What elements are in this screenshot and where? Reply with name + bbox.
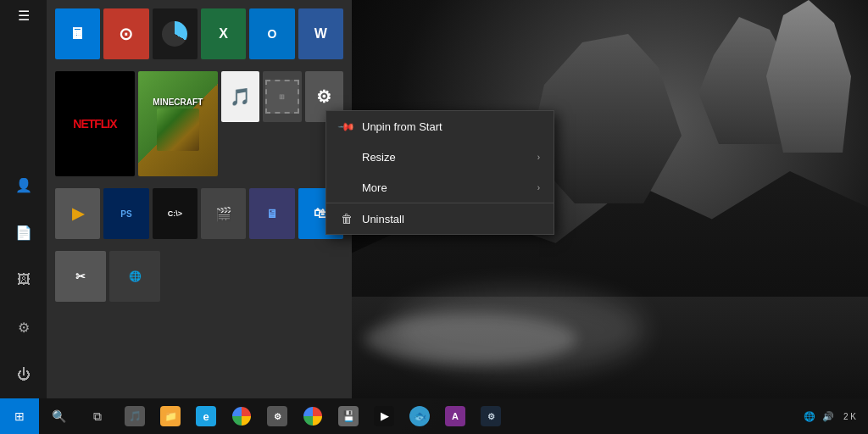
taskbar-app-explorer[interactable]: 📁 [153, 398, 188, 434]
tray-time-value: 2 K [843, 411, 856, 422]
taskbar-app-chrome1[interactable] [224, 398, 259, 434]
resize-icon [340, 150, 353, 164]
taskbar: ⊞ 🔍 ⧉ 🎵 📁 e ⚙ 💾 ▶ 🐟 A ⚙ 🌐 🔊 [0, 398, 868, 434]
tray-network-icon[interactable]: 🌐 [801, 408, 818, 425]
ctx-uninstall[interactable]: 🗑 Uninstall [326, 203, 554, 234]
tile-display[interactable]: 🖥 [249, 188, 294, 239]
explorer-tb-icon: 📁 [160, 406, 181, 426]
tile-itunes[interactable]: 🎵 [221, 71, 259, 122]
tile-minecraft[interactable]: MINECRAFT [138, 71, 218, 176]
tiles-row-3: ▶ PS C:\> 🎬 🖥 🛍 [55, 188, 343, 239]
more-icon [340, 181, 353, 194]
ctx-uninstall-label: Uninstall [362, 213, 404, 225]
tile-cortana[interactable] [153, 8, 198, 59]
search-icon: 🔍 [52, 409, 66, 423]
sidebar-icon-pictures[interactable]: 🖼 [8, 264, 39, 295]
tile-snip[interactable]: ✂ [55, 251, 106, 302]
tile-cmd[interactable]: C:\> [153, 188, 198, 239]
taskbar-app-terminal[interactable]: ▶ [366, 398, 402, 434]
start-sidebar: ☰ 👤 📄 🖼 ⚙ ⏻ [0, 0, 47, 398]
fish-tb-icon: 🐟 [409, 406, 430, 426]
sidebar-icon-documents[interactable]: 📄 [8, 217, 39, 248]
uninstall-icon: 🗑 [340, 212, 353, 225]
tile-excel[interactable]: X [201, 8, 246, 59]
taskbar-app-storage[interactable]: 💾 [331, 398, 366, 434]
search-button[interactable]: 🔍 [39, 398, 78, 434]
taskbar-app-chrome2[interactable] [295, 398, 331, 434]
tiles-row-1: 🖩 ⊙ X O W [55, 8, 343, 59]
system-tray: 🌐 🔊 2 K [801, 408, 868, 425]
start-menu: 🖩 ⊙ X O W NETFLIX MINE [47, 0, 352, 398]
tiles-area: 🖩 ⊙ X O W NETFLIX MINE [47, 0, 352, 398]
context-menu: 📌 Unpin from Start Resize › More › 🗑 Uni… [326, 110, 554, 235]
storage-tb-icon: 💾 [338, 406, 359, 426]
task-view-icon: ⧉ [93, 409, 102, 424]
more-arrow-icon: › [537, 183, 540, 192]
taskbar-app-steam1[interactable]: ⚙ [259, 398, 295, 434]
resize-arrow-icon: › [537, 153, 540, 162]
unpin-icon: 📌 [340, 120, 353, 133]
tiles-row-4: ✂ 🌐 [55, 251, 343, 302]
tiles-row-2: NETFLIX MINECRAFT 🎵 ⊞ ⚙ [55, 71, 343, 176]
terminal-tb-icon: ▶ [374, 406, 394, 426]
start-button[interactable]: ⊞ [0, 398, 39, 434]
water [348, 297, 868, 398]
taskbar-app-steam2[interactable]: ⚙ [473, 398, 509, 434]
sidebar-icon-user[interactable]: 👤 [8, 170, 39, 200]
tray-clock[interactable]: 2 K [838, 411, 861, 422]
steam2-tb-icon: ⚙ [481, 406, 501, 426]
tile-powershell[interactable]: PS [103, 188, 148, 239]
cortana-tb-icon: 🎵 [125, 406, 145, 426]
chrome2-tb-icon [303, 407, 322, 426]
ctx-more[interactable]: More › [326, 172, 554, 203]
steam1-tb-icon: ⚙ [267, 406, 287, 426]
ctx-unpin-label: Unpin from Start [362, 120, 442, 133]
affinity-tb-icon: A [445, 406, 465, 426]
wave [364, 314, 576, 364]
rock-3 [766, 0, 851, 153]
sidebar-icon-power[interactable]: ⏻ [8, 359, 39, 390]
taskbar-app-affinity[interactable]: A [437, 398, 473, 434]
tile-outlook[interactable]: O [249, 8, 294, 59]
taskbar-app-ie[interactable]: e [188, 398, 224, 434]
tile-netflix[interactable]: NETFLIX [55, 71, 135, 176]
task-view-button[interactable]: ⧉ [78, 398, 117, 434]
taskbar-app-fish[interactable]: 🐟 [402, 398, 437, 434]
tile-video[interactable]: 🎬 [201, 188, 246, 239]
start-icon: ⊞ [14, 409, 25, 423]
ctx-unpin[interactable]: 📌 Unpin from Start [326, 111, 554, 142]
tile-word[interactable]: W [298, 8, 343, 59]
tile-groove-music[interactable]: ⊙ [103, 8, 148, 59]
ie-tb-icon: e [196, 406, 216, 426]
tile-calculator[interactable]: 🖩 [55, 8, 100, 59]
tile-plex[interactable]: ▶ [55, 188, 100, 239]
tray-volume-icon[interactable]: 🔊 [820, 408, 837, 425]
sidebar-icon-start[interactable]: ☰ [8, 0, 39, 31]
sidebar-icon-settings[interactable]: ⚙ [8, 312, 39, 342]
chrome1-tb-icon [232, 407, 251, 426]
tile-placeholder-1[interactable]: ⊞ [263, 71, 301, 122]
tile-network[interactable]: 🌐 [109, 251, 160, 302]
taskbar-app-cortana[interactable]: 🎵 [117, 398, 153, 434]
ctx-resize-label: Resize [362, 151, 396, 164]
ctx-more-label: More [362, 181, 387, 194]
ctx-resize[interactable]: Resize › [326, 142, 554, 172]
